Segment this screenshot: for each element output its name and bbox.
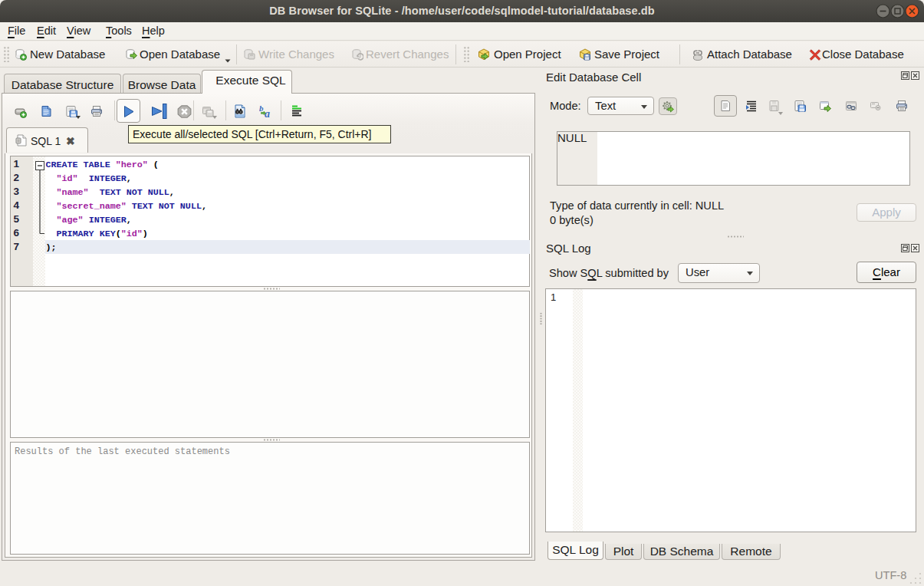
svg-text:b: b [259, 104, 264, 113]
